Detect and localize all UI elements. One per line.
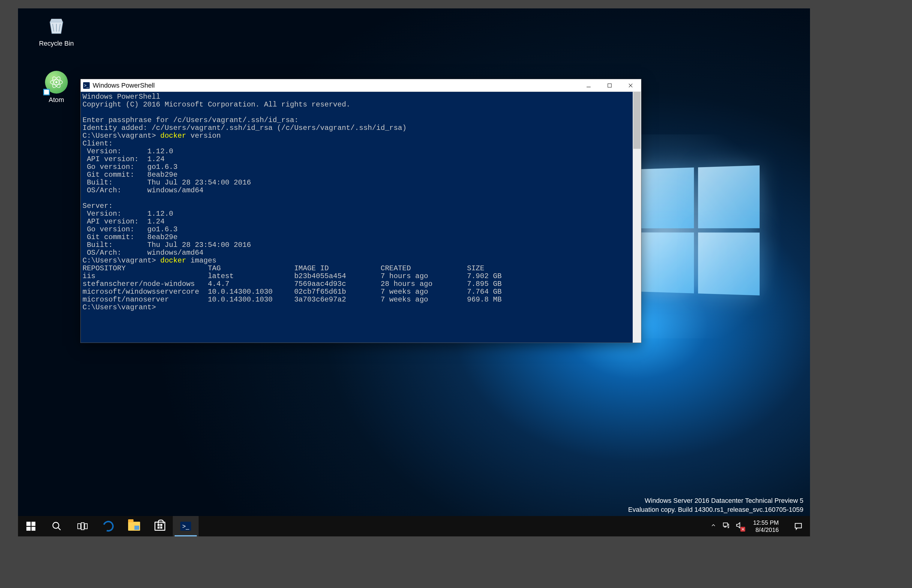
terminal-line: Go version: go1.6.3 bbox=[82, 225, 178, 233]
taskbar-app-powershell[interactable]: >_ bbox=[173, 516, 199, 536]
terminal-line: Git commit: 8eab29e bbox=[82, 171, 178, 179]
taskbar-spacer bbox=[199, 516, 710, 536]
windows-logo-wallpaper bbox=[636, 165, 760, 296]
window-titlebar[interactable]: >_ Windows PowerShell bbox=[81, 79, 641, 92]
terminal-line: Go version: go1.6.3 bbox=[82, 163, 178, 171]
terminal-line: Enter passphrase for /c/Users/vagrant/.s… bbox=[82, 116, 299, 124]
clock-time: 12:55 PM bbox=[753, 519, 779, 526]
file-explorer-icon bbox=[128, 522, 140, 531]
svg-rect-10 bbox=[795, 523, 802, 528]
terminal-line: Version: 1.12.0 bbox=[82, 147, 173, 155]
svg-rect-7 bbox=[81, 523, 84, 530]
terminal-line: Server: bbox=[82, 202, 113, 210]
system-tray[interactable]: ✕ 12:55 PM 8/4/2016 bbox=[710, 516, 810, 536]
desktop-watermark: Windows Server 2016 Datacenter Technical… bbox=[628, 496, 804, 514]
table-row: microsoft/windowsservercore 10.0.14300.1… bbox=[82, 288, 502, 296]
taskbar-app-file-explorer[interactable] bbox=[121, 516, 147, 536]
terminal-args: version bbox=[186, 132, 221, 140]
terminal-line: Client: bbox=[82, 139, 113, 148]
terminal-command: docker bbox=[160, 257, 186, 265]
recycle-bin-icon bbox=[45, 15, 68, 37]
terminal-prompt: C:\Users\vagrant> bbox=[82, 132, 160, 140]
terminal-args: images bbox=[186, 257, 216, 265]
terminal-line: Version: 1.12.0 bbox=[82, 210, 173, 218]
windows-start-icon bbox=[26, 522, 36, 531]
terminal-line: OS/Arch: windows/amd64 bbox=[82, 249, 203, 257]
taskbar-app-store[interactable] bbox=[147, 516, 173, 536]
minimize-button[interactable] bbox=[578, 79, 599, 92]
window-title: Windows PowerShell bbox=[93, 82, 578, 89]
tray-volume-icon[interactable]: ✕ bbox=[736, 522, 743, 531]
table-row: stefanscherer/node-windows 4.4.7 7569aac… bbox=[82, 280, 502, 288]
svg-point-3 bbox=[55, 81, 58, 83]
terminal-line: API version: 1.24 bbox=[82, 218, 165, 226]
watermark-line: Evaluation copy. Build 14300.rs1_release… bbox=[628, 505, 804, 514]
svg-rect-4 bbox=[608, 84, 612, 87]
desktop-icon-recycle-bin[interactable]: Recycle Bin bbox=[36, 15, 77, 47]
search-icon bbox=[52, 521, 62, 531]
search-button[interactable] bbox=[44, 516, 69, 536]
terminal-body[interactable]: Windows PowerShell Copyright (C) 2016 Mi… bbox=[81, 92, 641, 342]
table-header: REPOSITORY TAG IMAGE ID CREATED SIZE bbox=[82, 264, 484, 272]
terminal-line: Built: Thu Jul 28 23:54:00 2016 bbox=[82, 241, 251, 249]
action-center-button[interactable] bbox=[788, 522, 808, 530]
terminal-line: OS/Arch: windows/amd64 bbox=[82, 186, 203, 194]
task-view-icon bbox=[77, 521, 87, 531]
terminal-line: Identity added: /c/Users/vagrant/.ssh/id… bbox=[82, 124, 407, 132]
desktop-icon-atom[interactable]: Atom bbox=[36, 71, 77, 104]
terminal-prompt: C:\Users\vagrant> bbox=[82, 257, 160, 265]
desktop[interactable]: Recycle Bin Atom >_ Windows PowerShell bbox=[18, 8, 810, 536]
task-view-button[interactable] bbox=[69, 516, 95, 536]
powershell-window[interactable]: >_ Windows PowerShell Windows PowerShell… bbox=[81, 79, 641, 343]
store-icon bbox=[155, 522, 165, 531]
volume-muted-badge: ✕ bbox=[740, 527, 745, 531]
svg-point-5 bbox=[53, 522, 59, 528]
svg-rect-8 bbox=[85, 524, 87, 529]
powershell-icon: >_ bbox=[180, 522, 191, 531]
terminal-prompt: C:\Users\vagrant> bbox=[82, 303, 156, 312]
scrollbar-thumb[interactable] bbox=[633, 92, 641, 149]
terminal-line: Windows PowerShell bbox=[82, 93, 160, 101]
action-center-icon bbox=[794, 522, 802, 530]
table-row: iis latest b23b4055a454 7 hours ago 7.90… bbox=[82, 272, 502, 280]
tray-network-icon[interactable] bbox=[722, 522, 730, 531]
terminal-scrollbar[interactable] bbox=[633, 92, 641, 342]
terminal-line: API version: 1.24 bbox=[82, 155, 165, 163]
svg-rect-9 bbox=[723, 523, 728, 526]
close-button[interactable] bbox=[620, 79, 641, 92]
taskbar-app-edge[interactable] bbox=[95, 516, 121, 536]
svg-rect-6 bbox=[78, 524, 81, 529]
taskbar-clock[interactable]: 12:55 PM 8/4/2016 bbox=[749, 519, 783, 533]
maximize-button[interactable] bbox=[599, 79, 620, 92]
terminal-command: docker bbox=[160, 132, 186, 140]
atom-icon bbox=[45, 71, 68, 94]
watermark-line: Windows Server 2016 Datacenter Technical… bbox=[628, 496, 804, 505]
table-row: microsoft/nanoserver 10.0.14300.1030 3a7… bbox=[82, 296, 502, 304]
desktop-icon-label: Atom bbox=[36, 96, 77, 104]
clock-date: 8/4/2016 bbox=[753, 526, 779, 533]
powershell-icon: >_ bbox=[83, 82, 90, 89]
terminal-line: Copyright (C) 2016 Microsoft Corporation… bbox=[82, 100, 350, 108]
edge-icon bbox=[101, 519, 116, 533]
terminal-line: Built: Thu Jul 28 23:54:00 2016 bbox=[82, 179, 251, 187]
taskbar[interactable]: >_ ✕ 12:55 PM 8/4/2016 bbox=[18, 516, 810, 536]
tray-chevron-up-icon[interactable] bbox=[710, 522, 717, 530]
desktop-icon-label: Recycle Bin bbox=[36, 40, 77, 47]
terminal-line: Git commit: 8eab29e bbox=[82, 233, 178, 241]
start-button[interactable] bbox=[18, 516, 44, 536]
